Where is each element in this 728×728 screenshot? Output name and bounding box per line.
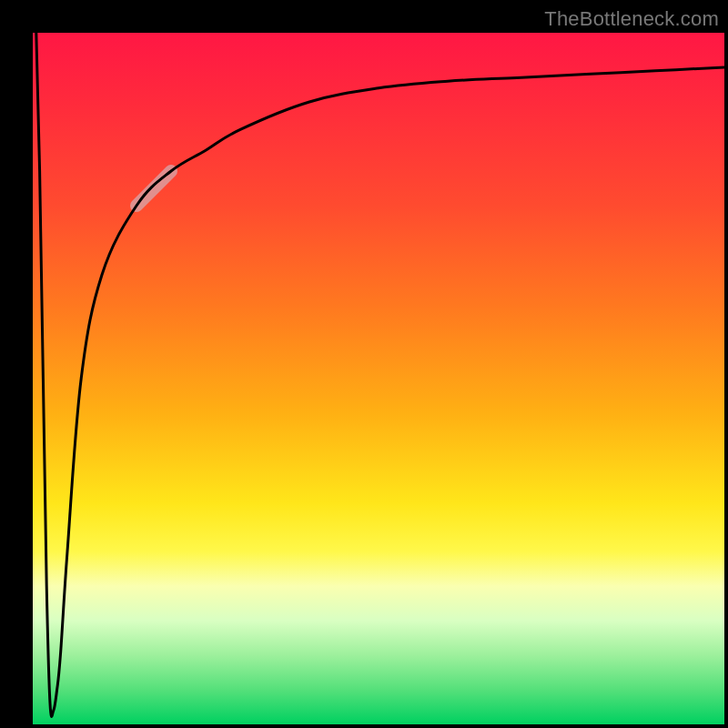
chart-frame: TheBottleneck.com: [0, 0, 728, 728]
plot-area: [33, 33, 724, 724]
curve-path: [36, 33, 724, 716]
bottleneck-curve: [33, 33, 724, 724]
watermark-label: TheBottleneck.com: [544, 7, 719, 31]
